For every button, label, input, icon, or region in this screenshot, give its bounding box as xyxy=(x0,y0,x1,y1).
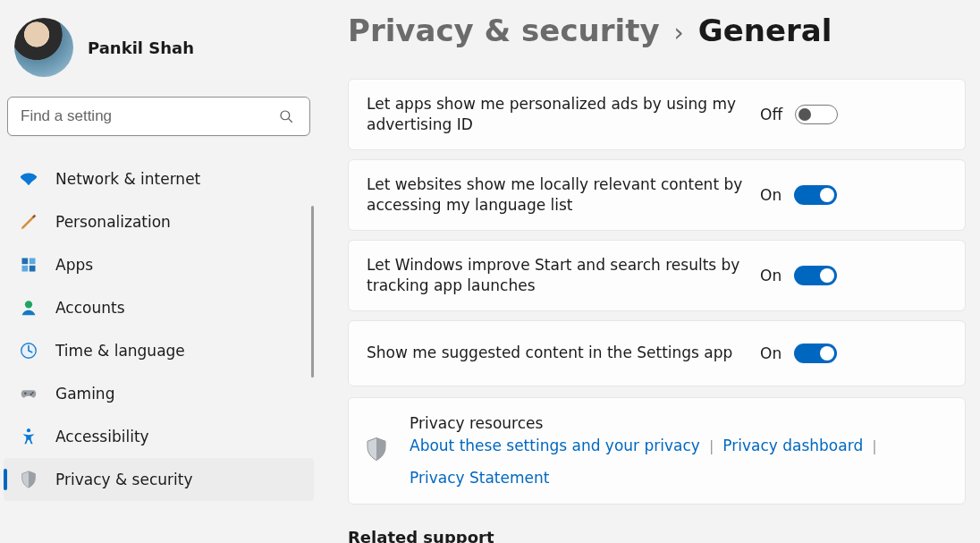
sidebar-item-accessibility[interactable]: Accessibility xyxy=(4,415,314,458)
svg-rect-11 xyxy=(25,392,26,395)
link-privacy-statement[interactable]: Privacy Statement xyxy=(410,467,549,490)
person-icon xyxy=(18,297,39,318)
apps-icon xyxy=(18,254,39,276)
setting-text: Show me suggested content in the Setting… xyxy=(367,343,760,363)
avatar xyxy=(14,18,73,77)
wifi-icon xyxy=(18,168,39,190)
profile-row[interactable]: Pankil Shah xyxy=(4,13,314,89)
svg-point-6 xyxy=(25,301,32,308)
sidebar-item-privacy-security[interactable]: Privacy & security xyxy=(4,458,314,501)
sidebar-item-label: Accounts xyxy=(55,299,125,317)
main-content: Privacy & security › General Let apps sh… xyxy=(317,0,980,543)
svg-rect-5 xyxy=(30,266,36,272)
svg-rect-2 xyxy=(22,259,29,265)
svg-point-0 xyxy=(281,111,290,120)
resource-texts: Privacy resources About these settings a… xyxy=(410,412,947,490)
sidebar-item-apps[interactable]: Apps xyxy=(4,243,314,286)
sidebar-item-label: Accessibility xyxy=(55,428,149,445)
shield-icon xyxy=(363,436,390,466)
setting-state: On xyxy=(760,185,837,205)
svg-point-12 xyxy=(27,428,30,432)
toggle-label: On xyxy=(760,186,781,204)
chevron-right-icon: › xyxy=(674,18,684,47)
toggle-switch[interactable] xyxy=(794,344,837,363)
toggle-switch[interactable] xyxy=(794,185,837,205)
search-icon xyxy=(275,106,297,127)
separator: | xyxy=(872,436,876,457)
profile-name: Pankil Shah xyxy=(88,38,194,57)
setting-app-launches: Let Windows improve Start and search res… xyxy=(348,240,966,311)
breadcrumb: Privacy & security › General xyxy=(348,13,966,48)
sidebar-item-label: Personalization xyxy=(55,213,171,231)
gamepad-icon xyxy=(18,383,39,404)
toggle-label: On xyxy=(760,267,781,284)
sidebar-item-label: Time & language xyxy=(55,342,185,360)
setting-text: Let apps show me personalized ads by usi… xyxy=(367,94,760,135)
sidebar-item-accounts[interactable]: Accounts xyxy=(4,286,314,329)
setting-ads-id: Let apps show me personalized ads by usi… xyxy=(348,79,966,150)
link-about-settings-privacy[interactable]: About these settings and your privacy xyxy=(410,435,700,458)
sidebar-item-network[interactable]: Network & internet xyxy=(4,157,314,200)
setting-suggested-content: Show me suggested content in the Setting… xyxy=(348,320,966,386)
setting-state: On xyxy=(760,344,837,363)
breadcrumb-current: General xyxy=(698,13,832,48)
shield-icon xyxy=(18,469,39,490)
setting-state: On xyxy=(760,266,837,285)
svg-point-8 xyxy=(31,392,33,394)
paintbrush-icon xyxy=(18,211,39,233)
related-support-heading: Related support xyxy=(348,528,966,543)
resource-links: About these settings and your privacy | … xyxy=(410,435,947,489)
toggle-switch[interactable] xyxy=(795,105,838,124)
link-privacy-dashboard[interactable]: Privacy dashboard xyxy=(722,435,863,458)
search-input[interactable] xyxy=(21,107,275,125)
svg-line-1 xyxy=(289,119,292,123)
sidebar-item-gaming[interactable]: Gaming xyxy=(4,372,314,415)
privacy-resources-card: Privacy resources About these settings a… xyxy=(348,397,966,505)
setting-state: Off xyxy=(760,105,838,124)
svg-point-9 xyxy=(30,394,32,395)
setting-text: Let websites show me locally relevant co… xyxy=(367,174,760,216)
svg-rect-3 xyxy=(30,259,36,265)
accessibility-icon xyxy=(18,426,39,447)
sidebar: Pankil Shah Network & internet Personali… xyxy=(0,0,317,543)
clock-globe-icon xyxy=(18,340,39,361)
separator: | xyxy=(709,436,714,457)
toggle-label: On xyxy=(760,344,781,362)
sidebar-item-label: Network & internet xyxy=(55,170,200,188)
toggle-switch[interactable] xyxy=(794,266,837,285)
sidebar-item-time-language[interactable]: Time & language xyxy=(4,329,314,372)
setting-text: Let Windows improve Start and search res… xyxy=(367,255,760,296)
svg-rect-4 xyxy=(22,266,29,272)
setting-language-list: Let websites show me locally relevant co… xyxy=(348,159,966,231)
sidebar-item-label: Privacy & security xyxy=(55,471,193,488)
search-box[interactable] xyxy=(7,97,310,136)
sidebar-item-label: Apps xyxy=(55,256,93,274)
sidebar-nav: Network & internet Personalization Apps … xyxy=(4,157,314,501)
toggle-label: Off xyxy=(760,106,782,123)
resource-title: Privacy resources xyxy=(410,412,947,436)
sidebar-item-personalization[interactable]: Personalization xyxy=(4,200,314,243)
breadcrumb-parent[interactable]: Privacy & security xyxy=(348,13,660,48)
sidebar-item-label: Gaming xyxy=(55,385,114,403)
